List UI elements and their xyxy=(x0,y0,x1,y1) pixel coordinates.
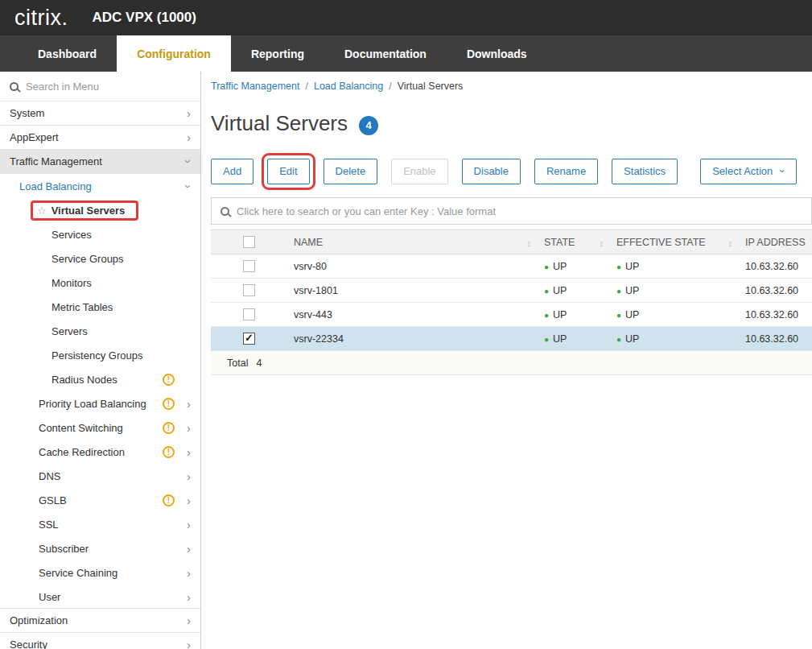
chevron-right-icon: › xyxy=(187,543,191,555)
status-up-dot: ● xyxy=(616,262,621,271)
search-icon xyxy=(221,207,229,216)
table-row[interactable]: vsrv-22334 ●UP ●UP 10.63.32.60 xyxy=(211,327,812,351)
column-header-name[interactable]: NAME ↕ xyxy=(287,230,538,254)
edit-button[interactable]: Edit xyxy=(267,159,309,184)
sidebar-item-label: System xyxy=(10,107,44,119)
citrix-adc-console: citrix. ADC VPX (1000) Dashboard Configu… xyxy=(0,0,812,649)
sidebar-item-traffic-management[interactable]: Traffic Management › xyxy=(0,149,200,174)
sidebar-item-label: Security xyxy=(10,639,47,649)
column-header-ip-address[interactable]: IP ADDRESS xyxy=(739,230,812,254)
sidebar-item-gslb[interactable]: GSLB ! › xyxy=(0,488,200,512)
table-row[interactable]: vsrv-80 ●UP ●UP 10.63.32.60 xyxy=(211,254,812,279)
chevron-right-icon: › xyxy=(187,446,191,458)
vserver-name: vsrv-443 xyxy=(287,303,538,327)
row-checkbox[interactable] xyxy=(243,308,255,320)
sidebar-item-security[interactable]: Security › xyxy=(0,632,200,649)
row-checkbox[interactable] xyxy=(243,333,255,345)
statistics-button[interactable]: Statistics xyxy=(612,159,678,184)
column-label: EFFECTIVE STATE xyxy=(616,237,706,248)
sidebar-item-metric-tables[interactable]: Metric Tables xyxy=(0,295,200,319)
tab-dashboard[interactable]: Dashboard xyxy=(18,35,117,72)
sidebar-item-virtual-servers[interactable]: ☆ Virtual Servers xyxy=(0,198,200,222)
sidebar-item-system[interactable]: System › xyxy=(0,101,200,126)
sidebar-item-label-wrap: Content Switching xyxy=(39,422,123,434)
column-header-effective-state[interactable]: EFFECTIVE STATE ↕ xyxy=(610,230,739,254)
sort-icon[interactable]: ↕ xyxy=(728,238,733,248)
tab-downloads[interactable]: Downloads xyxy=(447,35,547,72)
sidebar-item-load-balancing[interactable]: Load Balancing › xyxy=(0,174,200,198)
column-header-state[interactable]: STATE ↕ xyxy=(538,230,610,254)
sidebar-item-label: Cache Redirection xyxy=(39,446,125,458)
sidebar-item-label: Content Switching xyxy=(39,422,123,434)
select-all-checkbox[interactable] xyxy=(243,236,255,248)
sidebar-item-service-chaining[interactable]: Service Chaining › xyxy=(0,560,200,585)
star-icon: ☆ xyxy=(37,205,47,217)
sidebar-item-subscriber[interactable]: Subscriber › xyxy=(0,536,200,560)
sidebar-item-label: Persistency Groups xyxy=(52,349,142,362)
sidebar-item-monitors[interactable]: Monitors xyxy=(0,271,200,295)
sidebar-item-services[interactable]: Services xyxy=(0,222,200,246)
toolbar: Add Edit Delete Enable Disable Rename St… xyxy=(211,154,812,188)
breadcrumb-link[interactable]: Traffic Management xyxy=(211,81,299,92)
sidebar-item-priority-load-balancing[interactable]: Priority Load Balancing ! › xyxy=(0,391,200,415)
column-label: NAME xyxy=(294,237,323,248)
breadcrumb: Traffic Management / Load Balancing / Vi… xyxy=(211,81,812,92)
warning-icon: ! xyxy=(163,422,175,434)
disable-button[interactable]: Disable xyxy=(462,159,521,184)
sidebar-item-label-wrap: Security xyxy=(10,639,47,649)
sidebar-item-label: Radius Nodes xyxy=(52,374,117,386)
sidebar-item-label-wrap: GSLB xyxy=(39,494,67,506)
tab-configuration[interactable]: Configuration xyxy=(117,35,231,72)
sidebar-item-label-wrap: Cache Redirection xyxy=(39,446,125,458)
sidebar-item-cache-redirection[interactable]: Cache Redirection ! › xyxy=(0,440,200,464)
table-search-input[interactable] xyxy=(237,205,802,217)
add-button[interactable]: Add xyxy=(211,159,253,184)
row-checkbox[interactable] xyxy=(243,284,255,296)
citrix-logo: citrix. xyxy=(14,6,68,31)
chevron-right-icon: › xyxy=(187,470,191,482)
rename-button[interactable]: Rename xyxy=(534,159,598,184)
sidebar-item-label: Services xyxy=(52,229,92,241)
sort-icon[interactable]: ↕ xyxy=(527,238,532,248)
status-up-dot: ● xyxy=(544,311,549,320)
sidebar-item-content-switching[interactable]: Content Switching ! › xyxy=(0,415,200,440)
tab-reporting[interactable]: Reporting xyxy=(231,35,324,72)
sidebar: System › AppExpert › Traffic Management … xyxy=(0,72,201,649)
sidebar-item-label-wrap: Priority Load Balancing xyxy=(39,398,146,410)
sidebar-item-dns[interactable]: DNS › xyxy=(0,464,200,488)
delete-button[interactable]: Delete xyxy=(324,159,378,184)
menu-search[interactable] xyxy=(0,72,200,101)
sidebar-menu: System › AppExpert › Traffic Management … xyxy=(0,101,200,649)
breadcrumb-link[interactable]: Load Balancing xyxy=(314,81,383,92)
select-action-dropdown[interactable]: Select Action › xyxy=(700,159,797,184)
sidebar-item-appexpert[interactable]: AppExpert › xyxy=(0,125,200,150)
table-row[interactable]: vsrv-1801 ●UP ●UP 10.63.32.60 xyxy=(211,279,812,303)
sidebar-item-service-groups[interactable]: Service Groups xyxy=(0,246,200,271)
sidebar-item-optimization[interactable]: Optimization › xyxy=(0,608,200,633)
sidebar-item-label-wrap: Traffic Management xyxy=(10,155,102,167)
menu-search-input[interactable] xyxy=(26,81,191,93)
sidebar-item-label: Metric Tables xyxy=(52,301,113,313)
sidebar-item-label: SSL xyxy=(39,519,59,531)
sidebar-item-label-wrap: DNS xyxy=(39,470,60,482)
sidebar-item-user[interactable]: User › xyxy=(0,585,200,609)
table-search[interactable] xyxy=(211,197,812,225)
sidebar-item-label: Subscriber xyxy=(39,543,89,555)
sidebar-item-label: DNS xyxy=(39,470,60,482)
sidebar-item-label-wrap: ☆ Virtual Servers xyxy=(31,200,138,221)
enable-button[interactable]: Enable xyxy=(391,159,447,184)
table-row[interactable]: vsrv-443 ●UP ●UP 10.63.32.60 xyxy=(211,303,812,327)
sidebar-item-ssl[interactable]: SSL › xyxy=(0,512,200,536)
row-checkbox[interactable] xyxy=(243,260,255,272)
sidebar-item-servers[interactable]: Servers xyxy=(0,319,200,343)
sidebar-item-label: Priority Load Balancing xyxy=(39,398,146,410)
sidebar-item-label-wrap: AppExpert xyxy=(10,131,59,143)
tab-documentation[interactable]: Documentation xyxy=(324,35,447,72)
sort-icon[interactable]: ↕ xyxy=(600,238,604,248)
sidebar-item-radius-nodes[interactable]: Radius Nodes ! xyxy=(0,367,200,391)
chevron-right-icon: › xyxy=(187,131,191,143)
nav-tab-label: Dashboard xyxy=(38,48,97,60)
chevron-right-icon: › xyxy=(187,519,191,531)
table-header-row: NAME ↕ STATE ↕ EFFECTIVE STATE ↕ IP AD xyxy=(211,230,812,254)
sidebar-item-persistency-groups[interactable]: Persistency Groups xyxy=(0,343,200,367)
